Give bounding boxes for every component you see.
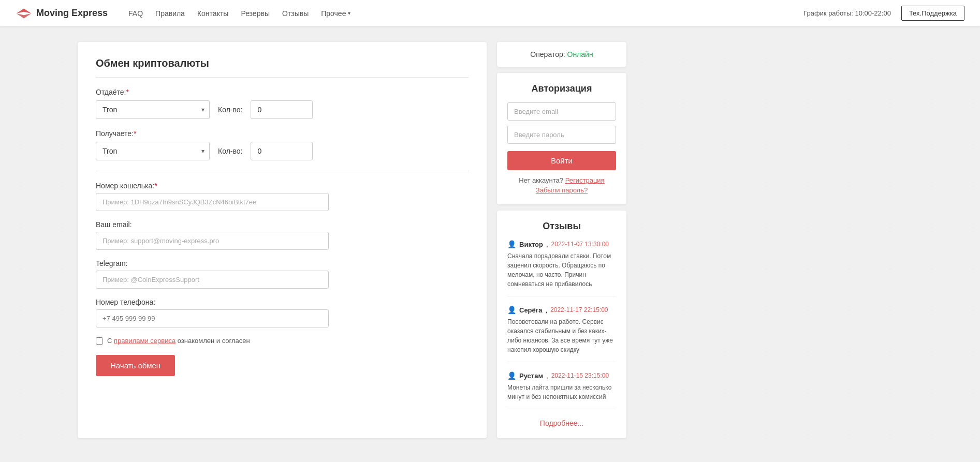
no-account-text: Нет аккаунта? xyxy=(519,176,563,184)
exchange-title: Обмен криптовалюты xyxy=(96,57,469,78)
operator-card: Оператор: Онлайн xyxy=(497,42,626,67)
header-right: График работы: 10:00-22:00 Тех.Поддержка xyxy=(803,6,964,21)
review-date-1: 2022-11-17 22:15:00 xyxy=(550,306,608,314)
review-date-2: 2022-11-15 23:15:00 xyxy=(551,372,609,379)
phone-label: Номер телефона: xyxy=(96,298,469,306)
auth-title: Авторизация xyxy=(507,83,616,94)
operator-label: Оператор: xyxy=(530,50,565,58)
reviewer-name-2: Рустам xyxy=(519,372,543,380)
email-input[interactable] xyxy=(96,232,329,250)
terms-link[interactable]: правилами сервиса xyxy=(114,337,175,345)
nav-rules[interactable]: Правила xyxy=(155,9,185,18)
receive-qty-input[interactable] xyxy=(251,142,313,160)
review-item-1: 👤 Серёга, 2022-11-17 22:15:00 Посоветова… xyxy=(507,306,616,362)
terms-label[interactable]: С правилами сервиса ознакомлен и согласе… xyxy=(107,337,250,345)
chevron-down-icon: ▾ xyxy=(348,10,350,16)
review-header-1: 👤 Серёга, 2022-11-17 22:15:00 xyxy=(507,306,616,314)
nav-reviews[interactable]: Отзывы xyxy=(282,9,309,18)
review-item-0: 👤 Виктор, 2022-11-07 13:30:00 Сначала по… xyxy=(507,240,616,296)
review-header-0: 👤 Виктор, 2022-11-07 13:30:00 xyxy=(507,240,616,248)
header: Moving Express FAQ Правила Контакты Резе… xyxy=(0,0,980,26)
give-qty-label: Кол-во: xyxy=(218,106,242,114)
phone-input[interactable] xyxy=(96,309,329,327)
more-reviews-link[interactable]: Подробнее... xyxy=(540,419,583,427)
more-reviews: Подробнее... xyxy=(507,419,616,428)
logo-icon xyxy=(16,7,32,20)
give-required: * xyxy=(126,88,129,96)
user-icon-2: 👤 xyxy=(507,371,516,380)
telegram-label: Telegram: xyxy=(96,259,469,267)
start-exchange-button[interactable]: Начать обмен xyxy=(96,355,175,376)
review-header-2: 👤 Рустам, 2022-11-15 23:15:00 xyxy=(507,371,616,380)
auth-card: Авторизация Войти Нет аккаунта? Регистра… xyxy=(497,73,626,204)
work-hours: График работы: 10:00-22:00 xyxy=(803,9,891,17)
wallet-label: Номер кошелька:* xyxy=(96,182,469,190)
review-item-2: 👤 Рустам, 2022-11-15 23:15:00 Монеты лай… xyxy=(507,371,616,409)
terms-checkbox-row: С правилами сервиса ознакомлен и согласе… xyxy=(96,337,469,345)
user-icon-1: 👤 xyxy=(507,306,516,314)
login-button[interactable]: Войти xyxy=(507,151,616,170)
main-nav: FAQ Правила Контакты Резервы Отзывы Проч… xyxy=(128,9,803,18)
form-divider xyxy=(96,171,469,171)
phone-section: Номер телефона: xyxy=(96,298,469,327)
reviewer-name-0: Виктор xyxy=(519,241,543,248)
telegram-section: Telegram: xyxy=(96,259,469,289)
receive-currency-wrap: Tron Bitcoin Ethereum USDT Litecoin ▾ xyxy=(96,142,210,160)
give-qty-input[interactable] xyxy=(251,100,313,119)
logo[interactable]: Moving Express xyxy=(16,7,108,20)
nav-faq[interactable]: FAQ xyxy=(128,9,143,18)
forgot-password-link[interactable]: Забыли пароль? xyxy=(507,186,616,194)
reviews-title: Отзывы xyxy=(507,221,616,232)
receive-qty-label: Кол-во: xyxy=(218,147,242,155)
give-currency-select[interactable]: Tron Bitcoin Ethereum USDT Litecoin xyxy=(96,100,210,119)
main-content: Обмен криптовалюты Отдаёте:* Tron Bitcoi… xyxy=(0,26,980,454)
receive-label: Получаете:* xyxy=(96,129,469,138)
auth-links: Нет аккаунта? Регистрация Забыли пароль? xyxy=(507,176,616,194)
email-section: Ваш email: xyxy=(96,220,469,250)
wallet-section: Номер кошелька:* xyxy=(96,182,469,211)
receive-currency-select[interactable]: Tron Bitcoin Ethereum USDT Litecoin xyxy=(96,142,210,160)
wallet-required: * xyxy=(154,182,157,190)
auth-email-input[interactable] xyxy=(507,102,616,121)
operator-status: Онлайн xyxy=(567,50,593,58)
review-text-2: Монеты лайта пришли за несколько минут и… xyxy=(507,383,616,401)
receive-section: Получаете:* Tron Bitcoin Ethereum USDT L… xyxy=(96,129,469,160)
sidebar: Оператор: Онлайн Авторизация Войти Нет а… xyxy=(497,42,626,438)
review-text-0: Сначала порадовали ставки. Потом заценил… xyxy=(507,251,616,289)
nav-more[interactable]: Прочее ▾ xyxy=(321,9,350,18)
support-button[interactable]: Тех.Поддержка xyxy=(901,6,964,21)
register-link[interactable]: Регистрация xyxy=(565,176,605,184)
review-text-1: Посоветовали на работе. Сервис оказался … xyxy=(507,317,616,354)
user-icon-0: 👤 xyxy=(507,240,516,248)
exchange-card: Обмен криптовалюты Отдаёте:* Tron Bitcoi… xyxy=(78,42,487,438)
reviews-card: Отзывы 👤 Виктор, 2022-11-07 13:30:00 Сна… xyxy=(497,211,626,438)
receive-required: * xyxy=(134,129,136,138)
wallet-input[interactable] xyxy=(96,193,329,211)
give-currency-wrap: Tron Bitcoin Ethereum USDT Litecoin ▾ xyxy=(96,100,210,119)
email-label: Ваш email: xyxy=(96,220,469,229)
logo-text: Moving Express xyxy=(36,8,108,19)
give-label: Отдаёте:* xyxy=(96,88,469,96)
review-date-0: 2022-11-07 13:30:00 xyxy=(551,241,609,248)
nav-reserves[interactable]: Резервы xyxy=(241,9,270,18)
auth-password-input[interactable] xyxy=(507,126,616,144)
receive-currency-row: Tron Bitcoin Ethereum USDT Litecoin ▾ Ко… xyxy=(96,142,469,160)
give-currency-row: Tron Bitcoin Ethereum USDT Litecoin ▾ Ко… xyxy=(96,100,469,119)
nav-contacts[interactable]: Контакты xyxy=(197,9,228,18)
terms-checkbox[interactable] xyxy=(96,337,103,345)
telegram-input[interactable] xyxy=(96,271,329,289)
reviewer-name-1: Серёга xyxy=(519,306,542,314)
give-section: Отдаёте:* Tron Bitcoin Ethereum USDT Lit… xyxy=(96,88,469,119)
